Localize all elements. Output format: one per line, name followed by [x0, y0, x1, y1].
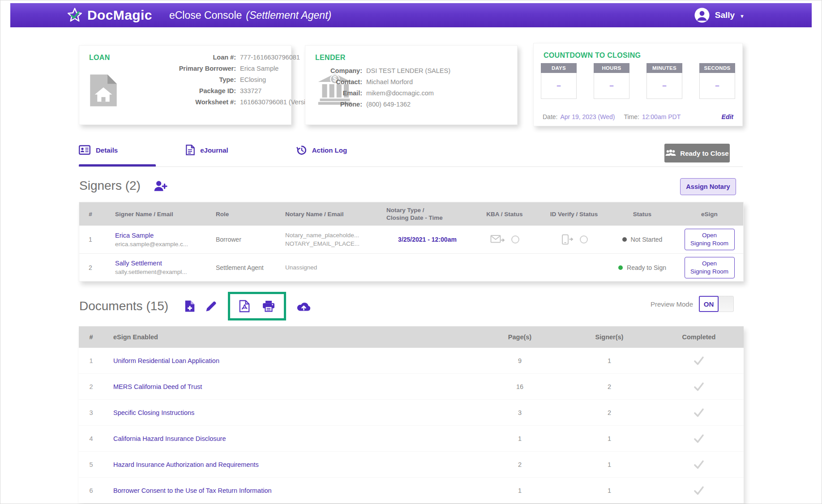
- id-verify-status-ring: [580, 235, 588, 243]
- status-text: Not Started: [631, 236, 663, 243]
- tab-action-log[interactable]: Action Log: [296, 145, 347, 155]
- signer-row: 2 Sally Settlement sally.settlement@exam…: [79, 253, 743, 281]
- completed-check-icon: [654, 408, 744, 418]
- lender-card-title: LENDER: [315, 54, 346, 62]
- signer-role: Settlement Agent: [202, 264, 272, 271]
- tab-action-log-label: Action Log: [312, 146, 347, 154]
- document-name-link[interactable]: Hazard Insurance Authorization and Requi…: [113, 461, 259, 468]
- col-notary-type: Notary Type / Closing Date - Time: [384, 206, 471, 222]
- history-icon: [296, 145, 307, 155]
- print-icon[interactable]: [262, 300, 275, 312]
- loan-fields: Loan #: 777-1616630796081 Primary Borrow…: [88, 54, 284, 106]
- document-num: 1: [79, 357, 103, 364]
- add-document-icon[interactable]: [184, 300, 195, 312]
- date-label: Date:: [543, 113, 557, 120]
- signer-num: 2: [79, 264, 102, 271]
- signer-status: Not Started: [610, 236, 675, 243]
- docmagic-logo: DocMagic: [67, 7, 152, 23]
- journal-document-icon: [186, 145, 195, 155]
- col-esign: eSign: [675, 211, 744, 218]
- add-signer-icon[interactable]: [153, 180, 167, 192]
- status-dot: [618, 265, 623, 270]
- document-signers: 1: [565, 461, 654, 468]
- documents-title: Documents (15): [79, 299, 168, 313]
- completed-check-icon: [654, 486, 744, 495]
- lender-fields: Company: DSI TEST LENDER (SALES) Contact…: [314, 67, 510, 108]
- countdown-unit: MINUTES –: [646, 63, 682, 99]
- time-value: 12:00am PDT: [642, 113, 681, 120]
- document-name-link[interactable]: MERS California Deed of Trust: [113, 383, 202, 390]
- page-title-suffix: (Settlement Agent): [246, 9, 331, 21]
- tab-ejournal[interactable]: eJournal: [186, 145, 228, 155]
- document-name-link[interactable]: Borrower Consent to the Use of Tax Retur…: [113, 487, 272, 494]
- signers-section-header: Signers (2): [79, 179, 167, 193]
- docmagic-star-icon: [67, 7, 83, 23]
- open-signing-room-button[interactable]: Open Signing Room: [685, 257, 735, 278]
- field-value: DSI TEST LENDER (SALES): [366, 67, 510, 74]
- closing-date-row: Date: Apr 19, 2023 (Wed) Time: 12:00am P…: [543, 113, 733, 120]
- upload-cloud-icon[interactable]: [297, 301, 311, 311]
- signer-name-link[interactable]: Erica Sample: [115, 232, 154, 239]
- tab-ejournal-label: eJournal: [200, 146, 228, 154]
- preview-mode-toggle[interactable]: ON: [699, 296, 734, 312]
- document-row: 3 Specific Closing Instructions 3 2: [79, 400, 744, 426]
- send-email-icon[interactable]: [490, 234, 505, 245]
- col-status: Status: [610, 211, 675, 218]
- document-num: 4: [79, 435, 103, 442]
- field-label: Contact:: [314, 78, 362, 85]
- edit-closing-link[interactable]: Edit: [722, 113, 733, 120]
- edit-document-icon[interactable]: [205, 300, 217, 312]
- loan-card: LOAN Loan #: 777-1616630796081 Primary B…: [79, 45, 291, 125]
- document-num: 3: [79, 409, 103, 416]
- field-label: Type:: [88, 76, 236, 83]
- document-signers: 1: [565, 357, 654, 364]
- document-num: 2: [79, 383, 103, 390]
- field-label: Company:: [314, 67, 362, 74]
- document-pages: 2: [475, 461, 565, 468]
- signer-name-link[interactable]: Sally Settlement: [115, 260, 162, 267]
- documents-table-header: # eSign Enabled Page(s) Signer(s) Comple…: [79, 326, 744, 348]
- document-num: 6: [79, 487, 103, 494]
- document-pages: 16: [475, 383, 565, 390]
- preview-mode-toggle-state: ON: [699, 296, 719, 312]
- countdown-unit-value: –: [594, 73, 629, 99]
- field-label: Loan #:: [88, 54, 236, 61]
- ready-to-close-button[interactable]: Ready to Close: [664, 144, 730, 162]
- signer-num: 1: [79, 236, 102, 243]
- countdown-title: COUNTDOWN TO CLOSING: [544, 51, 641, 60]
- col-id-verify: ID Verify / Status: [538, 211, 610, 218]
- user-name: Sally: [715, 10, 735, 20]
- page-title: eClose Console (Settlement Agent): [169, 9, 331, 21]
- signers-table: # Signer Name / Email Role Notary Name /…: [79, 202, 744, 282]
- document-pages: 9: [475, 357, 565, 364]
- assign-notary-button[interactable]: Assign Notary: [680, 178, 736, 195]
- document-name-link[interactable]: California Hazard Insurance Disclosure: [113, 435, 226, 442]
- documents-table-body: 1 Uniform Residential Loan Application 9…: [79, 348, 744, 504]
- send-phone-icon[interactable]: [561, 234, 574, 245]
- open-signing-room-button[interactable]: Open Signing Room: [685, 229, 735, 250]
- preview-mode-control: Preview Mode ON: [651, 296, 734, 312]
- pdf-preview-icon[interactable]: [239, 300, 250, 312]
- col-pages: Page(s): [475, 333, 565, 341]
- tab-details[interactable]: Details: [79, 145, 118, 155]
- countdown-card: COUNTDOWN TO CLOSING DAYS – HOURS – MINU…: [533, 43, 743, 126]
- avatar-icon: [694, 7, 710, 23]
- user-menu[interactable]: Sally ▼: [694, 7, 745, 23]
- col-completed: Completed: [654, 333, 744, 341]
- field-label: Worksheet #:: [88, 98, 236, 106]
- document-row: 4 California Hazard Insurance Disclosure…: [79, 426, 744, 452]
- tutorial-highlight-box: [228, 292, 286, 320]
- signer-status: Ready to Sign: [610, 264, 675, 271]
- document-name-link[interactable]: Uniform Residential Loan Application: [113, 357, 219, 364]
- document-row: 1 Uniform Residential Loan Application 9…: [79, 348, 744, 374]
- signer-row: 1 Erica Sample erica.sample@example.c...…: [79, 226, 743, 253]
- field-value: Michael Morford: [366, 78, 510, 85]
- lender-card: LENDER $ Company: DSI TEST LENDER (SALES…: [305, 45, 518, 125]
- signer-email: erica.sample@example.c...: [115, 241, 200, 248]
- document-signers: 1: [565, 435, 654, 442]
- completed-check-icon: [654, 356, 744, 366]
- eclose-console-page: DocMagic eClose Console (Settlement Agen…: [0, 0, 822, 504]
- document-name-link[interactable]: Specific Closing Instructions: [113, 409, 194, 416]
- completed-check-icon: [654, 434, 744, 444]
- field-label: Package ID:: [88, 87, 236, 94]
